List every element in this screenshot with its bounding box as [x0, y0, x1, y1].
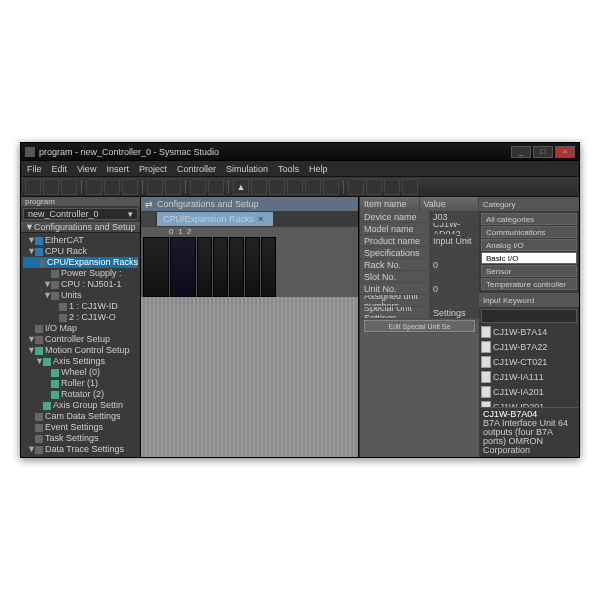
editor-area: ⇄Configurations and Setup CPU/Expansion …: [141, 197, 359, 457]
controller-dropdown[interactable]: new_Controller_0▾: [23, 208, 138, 220]
property-row[interactable]: Specifications: [360, 247, 479, 259]
tree-item[interactable]: ▼EtherCAT: [23, 235, 138, 246]
paste-icon[interactable]: [122, 179, 138, 195]
tree-item[interactable]: ▼CPU Rack: [23, 246, 138, 257]
category-label: Category: [479, 197, 579, 211]
category-item[interactable]: Communications: [481, 226, 577, 238]
undo-icon[interactable]: [147, 179, 163, 195]
rack-power-supply[interactable]: [143, 237, 169, 297]
rack-view[interactable]: 0 1 2: [141, 227, 358, 297]
tree-item[interactable]: Rotator (2): [23, 389, 138, 400]
tree-item[interactable]: ▼Data Trace Settings: [23, 444, 138, 455]
explorer-tab[interactable]: program: [21, 197, 140, 206]
minimize-button[interactable]: _: [511, 146, 531, 158]
property-row[interactable]: Unit No.0: [360, 283, 479, 295]
menu-file[interactable]: File: [27, 164, 42, 174]
category-item[interactable]: Basic I/O: [481, 252, 577, 264]
tree-item[interactable]: ▼Units: [23, 290, 138, 301]
rack-unit-3[interactable]: [245, 237, 260, 297]
app-icon: [25, 147, 35, 157]
unit-item[interactable]: CJ1W-IA111: [481, 370, 577, 384]
menu-help[interactable]: Help: [309, 164, 328, 174]
transfer-icon[interactable]: [305, 179, 321, 195]
rack-cpu[interactable]: [170, 237, 196, 297]
property-row[interactable]: Product nameAnalog Input Unit 4...: [360, 235, 479, 247]
unit-item[interactable]: CJ1W-B7A14: [481, 325, 577, 339]
menu-insert[interactable]: Insert: [106, 164, 129, 174]
tab-cpu-racks[interactable]: CPU/Expansion Racks×: [157, 212, 273, 226]
unit-item[interactable]: CJ1W-IA201: [481, 385, 577, 399]
multiview-explorer: program new_Controller_0▾ ▼ Configuratio…: [21, 197, 141, 457]
maximize-button[interactable]: □: [533, 146, 553, 158]
menu-project[interactable]: Project: [139, 164, 167, 174]
unit-item[interactable]: CJ1W-CT021: [481, 355, 577, 369]
tree-item[interactable]: 1 : CJ1W-ID: [23, 301, 138, 312]
rack-unit-2[interactable]: [229, 237, 244, 297]
menu-controller[interactable]: Controller: [177, 164, 216, 174]
property-row[interactable]: Special Unit SettingsSettings: [360, 307, 479, 319]
category-item[interactable]: Analog I/O: [481, 239, 577, 251]
copy-icon[interactable]: [104, 179, 120, 195]
cut-icon[interactable]: [86, 179, 102, 195]
menu-simulation[interactable]: Simulation: [226, 164, 268, 174]
save-icon[interactable]: [61, 179, 77, 195]
tree-item[interactable]: CPU/Expansion Racks: [23, 257, 138, 268]
unit-item[interactable]: CJ1W-ID201: [481, 400, 577, 407]
category-item[interactable]: Sensor: [481, 265, 577, 277]
unit-item[interactable]: CJ1W-B7A22: [481, 340, 577, 354]
contact-icon[interactable]: [366, 179, 382, 195]
tree-item[interactable]: Roller (1): [23, 378, 138, 389]
menu-view[interactable]: View: [77, 164, 96, 174]
menu-edit[interactable]: Edit: [52, 164, 68, 174]
rack-unit-1[interactable]: [213, 237, 228, 297]
open-icon[interactable]: [43, 179, 59, 195]
tree-item[interactable]: Wheel (0): [23, 367, 138, 378]
category-item[interactable]: Temperature controller: [481, 278, 577, 290]
rack-end-cover[interactable]: [261, 237, 276, 297]
coil-icon[interactable]: [384, 179, 400, 195]
category-item[interactable]: All categories: [481, 213, 577, 225]
edit-special-unit-button[interactable]: Edit Special Unit Se: [364, 320, 475, 332]
tree-item[interactable]: ▼Motion Control Setup: [23, 345, 138, 356]
sync-icon[interactable]: [287, 179, 303, 195]
keyword-input[interactable]: [481, 309, 577, 323]
tree-item[interactable]: ▼Controller Setup: [23, 334, 138, 345]
monitor-icon[interactable]: [323, 179, 339, 195]
tree-item[interactable]: Task Settings: [23, 433, 138, 444]
redo-icon[interactable]: [165, 179, 181, 195]
run-icon[interactable]: [251, 179, 267, 195]
tree-item[interactable]: Power Supply :: [23, 268, 138, 279]
rack-unit-0[interactable]: [197, 237, 212, 297]
tree-item[interactable]: Event Settings: [23, 422, 138, 433]
toolbar: ▲: [21, 177, 579, 197]
tree-item[interactable]: ▼Axis Settings: [23, 356, 138, 367]
back-icon[interactable]: [190, 179, 206, 195]
fb-icon[interactable]: [402, 179, 418, 195]
titlebar[interactable]: program - new_Controller_0 - Sysmac Stud…: [21, 143, 579, 161]
tree-item[interactable]: Cam Data Settings: [23, 411, 138, 422]
property-row[interactable]: Model nameCJ1W-AD042: [360, 223, 479, 235]
rung-icon[interactable]: [348, 179, 364, 195]
online-icon[interactable]: [269, 179, 285, 195]
property-header: Item nameValue: [360, 197, 479, 211]
tree-item[interactable]: 2 : CJ1W-O: [23, 312, 138, 323]
property-row[interactable]: Slot No.: [360, 271, 479, 283]
tree-item[interactable]: DataTrace0: [23, 455, 138, 457]
menu-tools[interactable]: Tools: [278, 164, 299, 174]
tree-item[interactable]: I/O Map: [23, 323, 138, 334]
tree-item[interactable]: ▼CPU : NJ501-1: [23, 279, 138, 290]
property-panel: Item nameValue Device nameJ03Model nameC…: [359, 197, 479, 457]
rack-empty-area[interactable]: [141, 297, 358, 457]
property-row[interactable]: Rack No.0: [360, 259, 479, 271]
tree-item[interactable]: Axis Group Settin: [23, 400, 138, 411]
build-icon[interactable]: ▲: [233, 179, 249, 195]
new-icon[interactable]: [25, 179, 41, 195]
property-row[interactable]: Device nameJ03: [360, 211, 479, 223]
config-section[interactable]: ▼ Configurations and Setup: [21, 222, 140, 233]
property-row[interactable]: Assigned unit numbers: [360, 295, 479, 307]
forward-icon[interactable]: [208, 179, 224, 195]
close-button[interactable]: ×: [555, 146, 575, 158]
tab-icon: [141, 212, 155, 226]
main-window: program - new_Controller_0 - Sysmac Stud…: [20, 142, 580, 458]
close-tab-icon[interactable]: ×: [258, 214, 263, 224]
